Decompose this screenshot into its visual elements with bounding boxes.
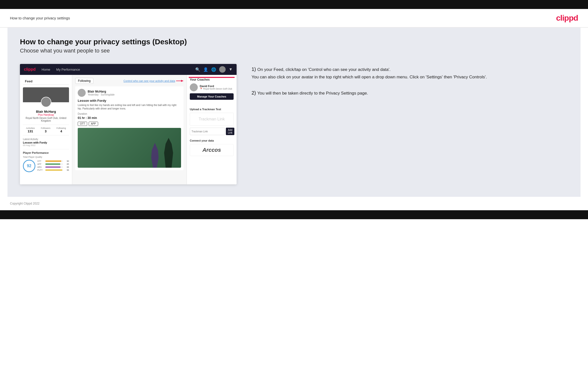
content-split: clippd Home My Performance 🔍 👤 🌐 ▼ Feed <box>20 64 568 184</box>
svg-marker-1 <box>181 80 184 82</box>
profile-avatar <box>41 97 51 107</box>
feed-header: Following Control who can see your activ… <box>75 78 184 84</box>
stat-followers-label: Followers <box>41 127 51 129</box>
player-performance-section: Player Performance Total Player Quality … <box>23 149 69 172</box>
coach-info: David Ford 📍 Royal North Devon Golf Club <box>200 85 232 90</box>
page-heading: How to change your privacy settings (Des… <box>20 38 568 46</box>
bar-ott: OTT 90 <box>37 160 69 162</box>
connect-section: Connect your data Arccos <box>190 139 234 156</box>
feed-post-duration-label: Duration <box>78 112 181 115</box>
coach-avatar <box>190 83 198 91</box>
feed-tag-ott: OTT <box>78 122 87 126</box>
feed-post-header: Blair McHarg Yesterday · Sunningdale <box>78 89 181 97</box>
golfer-silhouette-1 <box>149 143 161 168</box>
profile-name: Blair McHarg <box>23 110 69 113</box>
app-nav: clippd Home My Performance 🔍 👤 🌐 ▼ <box>20 64 237 75</box>
bar-arg-label: ARG <box>37 166 44 168</box>
bar-putt-value: 96 <box>64 169 69 171</box>
instruction-2-number: 2) <box>252 90 257 96</box>
trackman-input[interactable] <box>190 128 225 135</box>
bottom-bar <box>0 210 588 219</box>
profile-club: Royal North Devon Golf Club, United King… <box>23 117 69 122</box>
instruction-1-extra: You can also click on your avatar in the… <box>252 74 568 80</box>
feed-post-duration-value: 01 hr : 30 min <box>78 116 181 120</box>
profile-banner <box>23 87 69 102</box>
feed-tag-app: APP <box>89 122 98 126</box>
instruction-2: 2) You will then be taken directly to th… <box>252 90 568 97</box>
main-content: How to change your privacy settings (Des… <box>7 28 581 197</box>
control-privacy-link[interactable]: Control who can see your activity and da… <box>124 79 175 82</box>
stat-following: Following 4 <box>57 127 66 133</box>
page-subheading: Choose what you want people to see <box>20 48 568 54</box>
feed-post-avatar <box>78 89 86 97</box>
clippd-logo: clippd <box>556 13 578 23</box>
search-icon[interactable]: 🔍 <box>195 67 200 72</box>
feed-post: Blair McHarg Yesterday · Sunningdale Les… <box>75 86 184 170</box>
bar-putt-label: PUTT <box>37 169 44 171</box>
bar-app-fill <box>45 163 60 165</box>
app-nav-my-performance[interactable]: My Performance <box>56 68 80 71</box>
trackman-section: Upload a Trackman Test Trackman Link Add… <box>190 108 234 135</box>
stat-following-value: 4 <box>57 129 66 133</box>
bar-arg-fill <box>45 166 61 168</box>
bar-ott-track <box>45 160 63 162</box>
bar-ott-label: OTT <box>37 160 44 162</box>
manage-coaches-button[interactable]: Manage Your Coaches <box>190 93 234 100</box>
player-performance-title: Player Performance <box>23 151 69 154</box>
bar-app-label: APP <box>37 163 44 165</box>
bar-arg-track <box>45 166 63 168</box>
bar-putt-fill <box>45 169 62 171</box>
coach-name: David Ford <box>200 85 232 88</box>
quality-score-circle: 92 <box>23 160 35 172</box>
user-avatar-nav[interactable] <box>219 66 226 73</box>
feed-post-image <box>78 128 181 168</box>
site-header: How to change your privacy settings clip… <box>0 9 588 28</box>
instruction-2-text: You will then be taken directly to the P… <box>257 91 368 96</box>
arccos-logo: Arccos <box>190 144 234 156</box>
golfer-silhouette-2 <box>161 138 176 168</box>
instructions-panel: 1) On your Feed, click/tap on 'Control w… <box>247 64 568 106</box>
app-nav-home[interactable]: Home <box>42 68 50 71</box>
app-right-sidebar: Your Coaches David Ford 📍 Royal North De… <box>187 75 237 184</box>
trackman-placeholder: Trackman Link <box>190 113 234 126</box>
app-nav-icons: 🔍 👤 🌐 ▼ <box>195 66 233 73</box>
stat-followers: Followers 3 <box>41 127 51 133</box>
app-body: Feed Blair McHarg Plus Handicap Royal No… <box>20 75 237 184</box>
globe-icon[interactable]: 🌐 <box>211 67 216 72</box>
latest-activity-label: Latest Activity <box>23 138 69 141</box>
user-icon[interactable]: 👤 <box>203 67 208 72</box>
instruction-1: 1) On your Feed, click/tap on 'Control w… <box>252 66 568 80</box>
coach-club: 📍 Royal North Devon Golf Club <box>200 88 232 90</box>
bar-app: APP 85 <box>37 163 69 165</box>
location-icon: 📍 <box>200 88 202 90</box>
feed-post-tags: OTT APP <box>78 122 181 126</box>
latest-activity-date: 03 Aug 2022 <box>23 144 69 147</box>
feed-post-title: Lesson with Fordy <box>78 99 181 103</box>
instruction-1-text: On your Feed, click/tap on 'Control who … <box>257 67 391 72</box>
feed-post-description: Looking to feel like my hands are exitin… <box>78 104 181 110</box>
page-breadcrumb: How to change your privacy settings <box>10 16 70 20</box>
app-nav-logo: clippd <box>24 67 36 72</box>
bar-arg-value: 86 <box>64 166 69 168</box>
bar-arg: ARG 86 <box>37 166 69 168</box>
bar-ott-value: 90 <box>64 160 69 162</box>
stat-followers-value: 3 <box>41 129 51 133</box>
bar-putt-track <box>45 169 63 171</box>
red-arrow-icon <box>176 79 184 83</box>
app-screenshot: clippd Home My Performance 🔍 👤 🌐 ▼ Feed <box>20 64 237 184</box>
feed-post-author-name: Blair McHarg <box>88 90 115 93</box>
profile-stats: Activities 131 Followers 3 Following 4 <box>23 125 69 135</box>
site-footer: Copyright Clippd 2022 <box>0 197 588 210</box>
stat-activities-label: Activities <box>26 127 35 129</box>
chevron-down-icon[interactable]: ▼ <box>229 67 233 72</box>
bar-ott-fill <box>45 160 61 162</box>
feed-tab[interactable]: Feed <box>23 78 69 85</box>
following-button[interactable]: Following <box>75 78 93 84</box>
feed-post-author-info: Blair McHarg Yesterday · Sunningdale <box>88 90 115 96</box>
app-feed: Following Control who can see your activ… <box>72 75 187 184</box>
trackman-input-row: Add Link <box>190 128 234 135</box>
instruction-1-content: 1) On your Feed, click/tap on 'Control w… <box>252 66 568 73</box>
quality-bars: OTT 90 APP <box>37 160 69 172</box>
add-link-button[interactable]: Add Link <box>226 128 234 135</box>
coach-item: David Ford 📍 Royal North Devon Golf Club <box>190 83 234 91</box>
